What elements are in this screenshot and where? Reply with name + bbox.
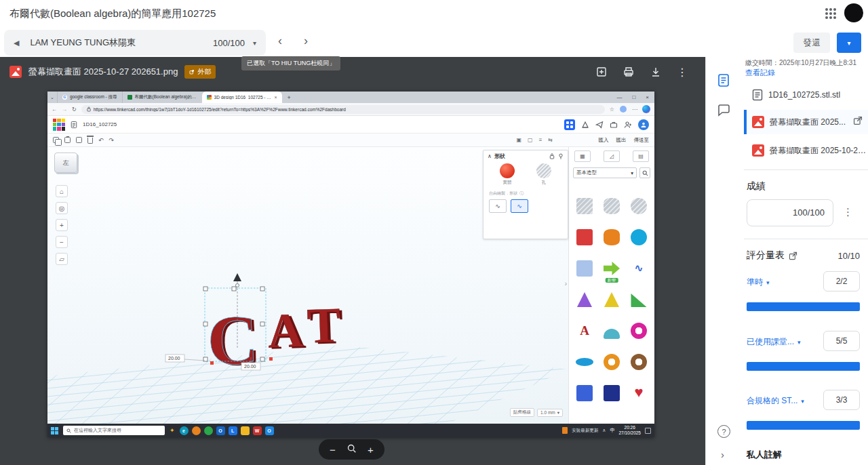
grade-input[interactable]: 100/100 bbox=[747, 199, 833, 226]
zoom-out-button[interactable]: − bbox=[56, 236, 68, 248]
hole-swatch[interactable] bbox=[536, 163, 551, 178]
shape-polygon[interactable] bbox=[599, 379, 624, 407]
taskbar-app-folder[interactable] bbox=[241, 426, 250, 435]
window-minimize-button[interactable]: — bbox=[616, 94, 622, 100]
add-to-drive-icon[interactable] bbox=[595, 66, 608, 78]
notes-icon[interactable]: ▤ bbox=[633, 150, 649, 162]
zoom-in-button[interactable]: + bbox=[56, 219, 68, 231]
tinkercad-avatar[interactable] bbox=[638, 119, 649, 130]
grading-panel-icon[interactable] bbox=[717, 73, 730, 91]
snap-grid-label[interactable]: 貼齊格線 bbox=[510, 408, 534, 417]
paste-icon[interactable] bbox=[64, 137, 71, 143]
shape-hole-sphere[interactable] bbox=[627, 192, 651, 220]
panel-collapse-icon[interactable]: › bbox=[565, 280, 567, 287]
view-cube[interactable]: 左 bbox=[54, 153, 77, 173]
shape-box[interactable] bbox=[572, 223, 597, 251]
notification-center-icon[interactable] bbox=[645, 428, 651, 434]
shape-text[interactable]: A bbox=[572, 317, 597, 345]
help-button[interactable]: ? bbox=[717, 425, 730, 438]
taskbar-search-input[interactable]: 在這裡輸入文字來搜尋 bbox=[63, 426, 165, 435]
send-to-button[interactable]: 傳送至 bbox=[634, 137, 650, 144]
snap-grid-value[interactable]: 1.0 mm ▾ bbox=[537, 409, 563, 417]
favorite-star-icon[interactable]: ☆ bbox=[610, 106, 614, 113]
tab-close-icon[interactable]: × bbox=[275, 95, 277, 100]
shape-donut[interactable] bbox=[599, 348, 624, 376]
shape-scribble[interactable]: ∿ bbox=[627, 254, 651, 283]
fit-view-button[interactable]: ◎ bbox=[56, 202, 68, 214]
shape-round-box[interactable] bbox=[572, 379, 597, 407]
shape-category-select[interactable]: 基本造型 ▾ bbox=[573, 167, 637, 178]
taskbar-app-browser-orange[interactable] bbox=[192, 426, 201, 435]
browser-tab-tinkercad-active[interactable]: 3D design 1D16_102725 - Tinker... × bbox=[202, 92, 282, 103]
shape-torus-thin[interactable] bbox=[627, 317, 651, 345]
taskbar-app-app-l[interactable]: L bbox=[229, 426, 237, 435]
redo-icon[interactable]: ↷ bbox=[109, 137, 115, 144]
shape-heart[interactable]: ♥ bbox=[627, 379, 651, 407]
tinkercad-apps-button[interactable] bbox=[564, 119, 575, 130]
shape-disc[interactable] bbox=[572, 348, 597, 376]
magnifier-icon[interactable] bbox=[347, 443, 357, 456]
return-button[interactable]: 發還 bbox=[793, 33, 830, 53]
browser-tab-classroom-search[interactable]: google classroom - 搜尋 bbox=[57, 92, 122, 103]
browser-profile-avatar[interactable] bbox=[620, 106, 627, 113]
browser-tab-assignment[interactable]: 布爾代數(Boolean algebra)的簡單... bbox=[122, 92, 202, 103]
import-button[interactable]: 匯入 bbox=[599, 137, 609, 144]
taskbar-app-app-o[interactable]: O bbox=[265, 426, 274, 435]
more-options-icon[interactable]: ⋮ bbox=[677, 66, 688, 79]
account-avatar[interactable] bbox=[844, 3, 863, 22]
next-student-button[interactable]: › bbox=[304, 34, 308, 48]
copilot-icon[interactable] bbox=[642, 105, 650, 113]
design-name[interactable]: 1D16_102725 bbox=[83, 121, 117, 127]
group-icon[interactable]: ▣ bbox=[517, 137, 522, 143]
shape-search-button[interactable] bbox=[639, 167, 650, 178]
open-in-new-icon[interactable] bbox=[853, 116, 863, 128]
shape-hole-cylinder[interactable] bbox=[599, 192, 624, 220]
print-icon[interactable] bbox=[623, 66, 635, 78]
taskbar-app-outlook[interactable]: O bbox=[216, 426, 225, 435]
ruler-icon[interactable]: ◿ bbox=[604, 150, 620, 162]
student-selector[interactable]: ◀ LAM YEUNG TUNG林陽東 100/100 ▾ bbox=[4, 30, 266, 56]
shape-pyramid[interactable] bbox=[599, 285, 624, 314]
taskbar-app-edge[interactable]: e bbox=[180, 426, 189, 435]
undo-icon[interactable]: ↶ bbox=[98, 137, 104, 144]
export-button[interactable]: 匯出 bbox=[616, 137, 627, 144]
shape-half-sphere[interactable] bbox=[599, 317, 624, 345]
shape-wedge[interactable] bbox=[627, 285, 651, 314]
shape-ring[interactable] bbox=[627, 348, 651, 376]
criterion-score-input[interactable]: 5/5 bbox=[823, 331, 860, 351]
align-icon[interactable]: ≡ bbox=[539, 137, 542, 143]
solid-color-swatch[interactable] bbox=[500, 163, 515, 178]
flip-icon[interactable]: ⇆ bbox=[548, 137, 553, 143]
shape-cylinder[interactable] bbox=[599, 223, 624, 251]
shape-clear-box[interactable] bbox=[572, 254, 597, 283]
home-view-button[interactable]: ⌂ bbox=[56, 185, 68, 197]
download-icon[interactable] bbox=[650, 66, 662, 78]
url-field[interactable]: https://www.tinkercad.com/things/1w7j1bT… bbox=[81, 105, 605, 114]
student-list-back-icon[interactable]: ◀ bbox=[14, 39, 19, 47]
file-row-screenshot-selected[interactable]: 螢幕擷取畫面 2025... bbox=[744, 110, 868, 134]
view-history-link[interactable]: 查看記錄 bbox=[745, 68, 775, 78]
zoom-in-button[interactable]: + bbox=[368, 444, 374, 456]
attachment-preview-image[interactable]: ⌄ google classroom - 搜尋 布爾代數(Boolean alg… bbox=[47, 92, 654, 437]
chevron-down-icon[interactable]: ▾ bbox=[253, 39, 256, 47]
criterion-score-input[interactable]: 3/3 bbox=[823, 390, 860, 410]
window-close-button[interactable]: × bbox=[646, 94, 649, 100]
shape-sphere[interactable] bbox=[627, 223, 651, 251]
taskbar-app-app-green[interactable] bbox=[204, 426, 213, 435]
duplicate-icon[interactable] bbox=[76, 137, 82, 143]
browser-back-icon[interactable]: ← bbox=[52, 106, 57, 113]
new-tab-button[interactable]: + bbox=[282, 94, 296, 101]
taskbar-app-app-w[interactable]: W bbox=[253, 426, 262, 435]
shape-cone[interactable] bbox=[572, 285, 597, 314]
zoom-out-button[interactable]: − bbox=[330, 444, 336, 456]
file-row-stl[interactable]: 1D16_102725.stl.stl bbox=[744, 83, 868, 107]
file-row-screenshot-2[interactable]: 螢幕擷取畫面 2025-10-27 ... bbox=[744, 138, 868, 163]
previous-student-button[interactable]: ‹ bbox=[278, 34, 282, 48]
shape-arrow[interactable]: 新增! bbox=[599, 254, 624, 283]
tray-chevron-up-icon[interactable]: ∧ bbox=[602, 428, 606, 433]
criterion-used-class[interactable]: 已使用課堂... ▾ bbox=[747, 336, 801, 348]
comment-bank-icon[interactable] bbox=[717, 103, 730, 119]
copy-icon[interactable] bbox=[53, 137, 59, 143]
google-apps-icon[interactable] bbox=[823, 6, 838, 21]
start-button[interactable] bbox=[51, 427, 58, 434]
